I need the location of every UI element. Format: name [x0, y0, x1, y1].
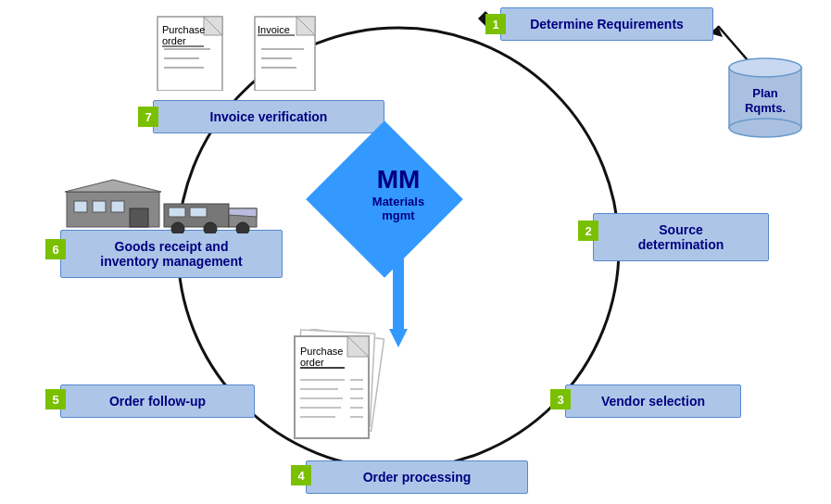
svg-point-39 — [236, 222, 249, 233]
svg-text:Plan: Plan — [752, 86, 778, 100]
svg-text:Purchase: Purchase — [300, 346, 343, 357]
svg-rect-31 — [93, 201, 106, 212]
purchase-order-doc-bottom: Purchase order — [287, 329, 398, 449]
step-badge-5: 5 — [45, 389, 66, 410]
process-box-3: Vendor selection — [565, 384, 741, 418]
process-box-5: Order follow-up — [60, 384, 255, 418]
warehouse-icon — [57, 178, 298, 233]
svg-rect-40 — [169, 208, 185, 217]
step-badge-1: 1 — [485, 14, 506, 34]
process-box-7: Invoice verification — [153, 100, 384, 133]
plan-rqmts-database: Plan Rqmts. — [724, 51, 808, 144]
step-badge-2: 2 — [578, 220, 598, 241]
svg-text:Rqmts.: Rqmts. — [745, 101, 786, 115]
svg-text:order: order — [162, 35, 186, 46]
svg-text:Purchase: Purchase — [162, 24, 205, 35]
process-box-1: Determine Requirements — [500, 7, 713, 41]
diagram-container: 1 Determine Requirements 2 Source determ… — [0, 0, 831, 504]
svg-text:Invoice: Invoice — [258, 24, 290, 35]
invoice-doc-top: Invoice — [250, 7, 334, 91]
svg-point-37 — [171, 222, 184, 233]
step-badge-3: 3 — [550, 389, 571, 410]
step-badge-7: 7 — [138, 107, 158, 127]
process-box-2: Source determination — [593, 213, 769, 261]
svg-point-24 — [729, 58, 801, 77]
process-box-6: Goods receipt and inventory management — [60, 230, 283, 278]
svg-rect-41 — [190, 208, 207, 217]
process-box-4: Order processing — [306, 460, 528, 494]
svg-point-38 — [204, 222, 217, 233]
svg-rect-33 — [130, 208, 148, 227]
svg-text:order: order — [300, 357, 324, 368]
step-badge-4: 4 — [291, 465, 311, 485]
mm-diamond — [306, 120, 463, 278]
purchase-order-doc-top: Purchase order — [153, 7, 246, 91]
step-badge-6: 6 — [45, 239, 66, 259]
svg-point-25 — [729, 119, 801, 137]
svg-marker-29 — [65, 180, 161, 192]
svg-rect-30 — [74, 201, 87, 212]
svg-rect-32 — [111, 201, 124, 212]
svg-marker-36 — [229, 208, 257, 217]
